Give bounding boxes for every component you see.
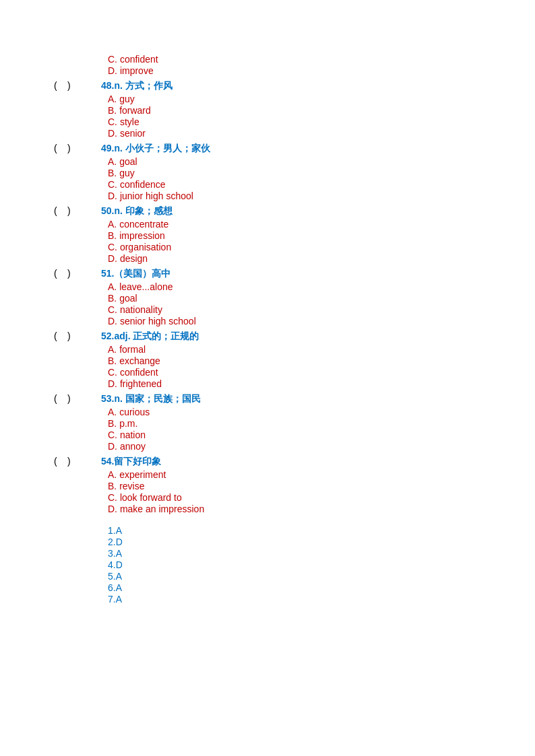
- option-q54-3: D. make an impression: [108, 504, 481, 514]
- option-text-q54-2: look forward to: [120, 492, 182, 503]
- question-number-q49: 49.: [101, 143, 114, 153]
- option-text-q48-0: guy: [119, 94, 135, 104]
- option-letter-q52-1: B.: [108, 355, 119, 366]
- answer-item-7: 7.A: [108, 594, 481, 605]
- main-content: C. confident D. improve ()48. n. 方式；作风A.…: [0, 13, 535, 646]
- paren-space-q48: ): [67, 80, 101, 91]
- option-text-q51-1: goal: [119, 293, 137, 304]
- paren-space-q54: ): [67, 456, 101, 467]
- option-q50-0: A. concentrate: [108, 219, 481, 230]
- option-q48-3: D. senior: [108, 128, 481, 139]
- question-number-q54: 54.: [101, 456, 114, 467]
- paren-space-q51: ): [67, 268, 101, 279]
- option-letter-q49-3: D.: [108, 191, 120, 201]
- option-text-q49-2: confidence: [120, 179, 166, 190]
- option-text-q54-1: revise: [119, 481, 144, 491]
- option-q49-3: D. junior high school: [108, 191, 481, 201]
- option-q51-3: D. senior high school: [108, 316, 481, 327]
- option-q53-2: C. nation: [108, 429, 481, 440]
- option-letter-q54-0: A.: [108, 469, 119, 480]
- option-text-q49-3: junior high school: [120, 191, 193, 201]
- answer-item-3: 3.A: [108, 548, 481, 559]
- paren-space-q52: ): [67, 331, 101, 341]
- option-letter-q50-1: B.: [108, 230, 119, 241]
- paren-left-q54: (: [54, 456, 67, 467]
- option-text-q52-2: confident: [120, 367, 158, 378]
- option-text-q50-0: concentrate: [119, 219, 168, 230]
- option-letter-q54-1: B.: [108, 481, 119, 491]
- option-letter-q48-2: C.: [108, 116, 120, 127]
- answer-item-6: 6.A: [108, 582, 481, 593]
- option-text-q48-2: style: [120, 116, 139, 127]
- option-letter-q50-3: D.: [108, 253, 120, 264]
- option-text-q54-0: experiment: [119, 469, 166, 480]
- question-label-q51: （美国）高中: [114, 268, 170, 280]
- question-label-q50: n. 印象；感想: [114, 205, 172, 217]
- option-q54-2: C. look forward to: [108, 492, 481, 503]
- option-letter-q49-0: A.: [108, 156, 119, 167]
- answer-item-1: 1.A: [108, 525, 481, 536]
- question-block-q50: ()50. n. 印象；感想A. concentrateB. impressio…: [54, 205, 481, 264]
- question-label-q48: n. 方式；作风: [114, 80, 172, 92]
- option-text-q52-1: exchange: [119, 355, 160, 366]
- option-letter-q52-0: A.: [108, 344, 119, 355]
- option-text-q52-0: formal: [119, 344, 146, 355]
- question-number-q50: 50.: [101, 205, 114, 216]
- question-block-q53: ()53. n. 国家；民族；国民A. curiousB. p.m.C. nat…: [54, 393, 481, 452]
- option-letter-q51-3: D.: [108, 316, 120, 327]
- paren-left-q51: (: [54, 268, 67, 279]
- question-line-q54: ()54. 留下好印象: [54, 456, 481, 468]
- answer-item-5: 5.A: [108, 571, 481, 582]
- question-line-q49: ()49. n. 小伙子；男人；家伙: [54, 143, 481, 155]
- option-letter-q53-3: D.: [108, 441, 120, 452]
- option-q51-0: A. leave...alone: [108, 281, 481, 292]
- option-text-q50-1: impression: [119, 230, 165, 241]
- paren-space-q50: ): [67, 205, 101, 216]
- option-q54-1: B. revise: [108, 481, 481, 491]
- question-block-q54: ()54. 留下好印象A. experimentB. reviseC. look…: [54, 456, 481, 514]
- option-q50-1: B. impression: [108, 230, 481, 241]
- question-block-q52: ()52. adj. 正式的；正规的A. formalB. exchangeC.…: [54, 331, 481, 389]
- option-q49-2: C. confidence: [108, 179, 481, 190]
- option-letter-q50-2: C.: [108, 242, 120, 252]
- option-q50-2: C. organisation: [108, 242, 481, 252]
- option-letter-q54-3: D.: [108, 504, 120, 514]
- option-letter-q53-1: B.: [108, 418, 119, 429]
- option-letter-q51-1: B.: [108, 293, 119, 304]
- question-label-q54: 留下好印象: [114, 456, 161, 468]
- paren-space-q49: ): [67, 143, 101, 153]
- answer-item-4: 4.D: [108, 559, 481, 570]
- option-letter-q53-0: A.: [108, 407, 119, 417]
- option-q48-0: A. guy: [108, 94, 481, 104]
- option-text-q51-3: senior high school: [120, 316, 196, 327]
- paren-left-q49: (: [54, 143, 67, 153]
- option-q53-3: D. annoy: [108, 441, 481, 452]
- option-q52-0: A. formal: [108, 344, 481, 355]
- option-text-q53-1: p.m.: [119, 418, 137, 429]
- option-text-q49-1: guy: [119, 168, 135, 178]
- question-number-q53: 53.: [101, 393, 114, 404]
- question-line-q48: ()48. n. 方式；作风: [54, 80, 481, 92]
- option-text-q54-3: make an impression: [120, 504, 204, 514]
- option-text-q53-2: nation: [120, 429, 146, 440]
- question-block-q49: ()49. n. 小伙子；男人；家伙A. goalB. guyC. confid…: [54, 143, 481, 201]
- question-block-q48: ()48. n. 方式；作风A. guyB. forwardC. styleD.…: [54, 80, 481, 139]
- question-block-q51: ()51. （美国）高中A. leave...aloneB. goalC. na…: [54, 268, 481, 327]
- option-text-q52-3: frightened: [120, 378, 162, 389]
- option-q54-0: A. experiment: [108, 469, 481, 480]
- top-options-block: C. confident D. improve: [54, 54, 481, 76]
- option-text-q48-1: forward: [119, 105, 151, 116]
- option-text-q48-3: senior: [120, 128, 146, 139]
- answer-item-2: 2.D: [108, 537, 481, 547]
- option-letter-q49-1: B.: [108, 168, 119, 178]
- option-letter-q48-1: B.: [108, 105, 119, 116]
- question-label-q53: n. 国家；民族；国民: [114, 393, 200, 405]
- option-text-q50-2: organisation: [120, 242, 171, 252]
- option-q51-1: B. goal: [108, 293, 481, 304]
- question-number-q52: 52.: [101, 331, 114, 341]
- option-letter-q53-2: C.: [108, 429, 120, 440]
- paren-space-q53: ): [67, 393, 101, 404]
- option-q48-2: C. style: [108, 116, 481, 127]
- option-q53-0: A. curious: [108, 407, 481, 417]
- option-c-confident: C. confident: [108, 54, 481, 65]
